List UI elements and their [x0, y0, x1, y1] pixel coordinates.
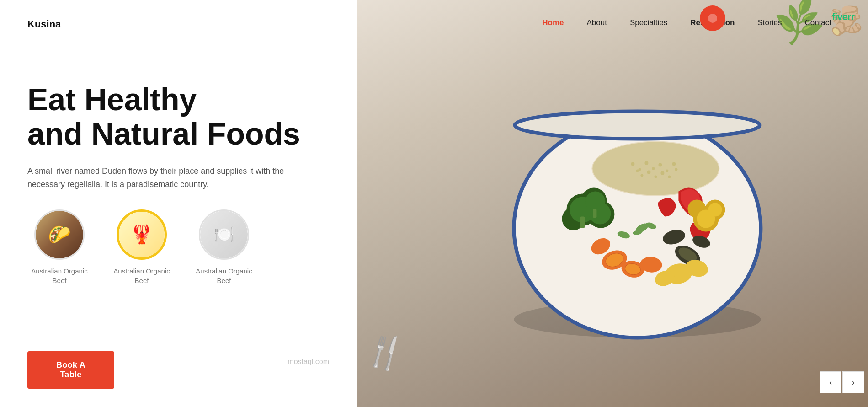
food-label-3: Australian Organic Beef [192, 266, 256, 285]
svg-point-18 [668, 176, 671, 178]
svg-rect-28 [580, 217, 585, 228]
svg-point-9 [644, 161, 648, 165]
svg-point-12 [666, 170, 668, 172]
food-item-1: 🌮 Australian Organic Beef [27, 209, 91, 285]
left-panel: Kusina Eat Healthy and Natural Foods A s… [0, 0, 357, 407]
food-circle-1: 🌮 [34, 209, 85, 260]
food-circle-3: 🍽️ [199, 209, 249, 260]
svg-point-11 [658, 163, 662, 167]
food-label-1: Australian Organic Beef [27, 266, 91, 285]
food-image-1: 🌮 [36, 211, 83, 258]
food-item-3: 🍽️ Australian Organic Beef [192, 209, 256, 285]
navbar: Home About Specialties Reservation Stori… [357, 0, 868, 46]
svg-point-8 [638, 168, 641, 171]
brand-logo: Kusina [27, 18, 329, 30]
food-item-2: 🦞 Australian Organic Beef [110, 209, 174, 285]
book-table-button[interactable]: Book A Table [27, 351, 114, 389]
svg-point-10 [652, 167, 655, 170]
right-panel: 🌿 🫚 🍴 [357, 0, 868, 407]
nav-item-contact[interactable]: Contact [804, 18, 831, 27]
hero-heading: Eat Healthy and Natural Foods [27, 82, 329, 151]
svg-point-20 [675, 168, 677, 171]
svg-point-16 [654, 176, 657, 178]
watermark: mostaql.com [288, 358, 329, 366]
svg-point-15 [647, 171, 650, 174]
food-circle-2: 🦞 [117, 209, 167, 260]
reservation-circle-icon [700, 5, 725, 31]
hero-description: A small river named Duden flows by their… [27, 165, 320, 191]
food-bowl [482, 54, 793, 365]
food-image-2: 🦞 [119, 212, 165, 257]
nav-reservation-wrapper: Reservation [690, 18, 735, 27]
svg-point-27 [589, 203, 611, 225]
svg-point-13 [672, 162, 676, 166]
svg-point-7 [631, 162, 634, 166]
svg-point-19 [636, 170, 639, 172]
nav-item-home[interactable]: Home [542, 18, 564, 27]
nav-item-specialties[interactable]: Specialties [630, 18, 667, 27]
food-items-list: 🌮 Australian Organic Beef 🦞 Australian O… [27, 209, 329, 285]
food-image-3: 🍽️ [200, 211, 248, 258]
svg-point-6 [592, 142, 719, 195]
food-label-2: Australian Organic Beef [110, 266, 174, 285]
svg-point-14 [640, 174, 643, 177]
svg-point-44 [708, 203, 722, 217]
svg-rect-29 [593, 209, 596, 218]
carousel-prev-button[interactable]: ‹ [820, 371, 841, 393]
cta-section: Book A Table [27, 333, 329, 389]
svg-point-17 [660, 171, 664, 175]
carousel-next-button[interactable]: › [842, 371, 864, 393]
hero-section: Eat Healthy and Natural Foods A small ri… [27, 82, 329, 285]
nav-item-about[interactable]: About [587, 18, 607, 27]
nav-items: Home About Specialties Reservation Stori… [542, 18, 831, 27]
nav-item-stories[interactable]: Stories [757, 18, 782, 27]
